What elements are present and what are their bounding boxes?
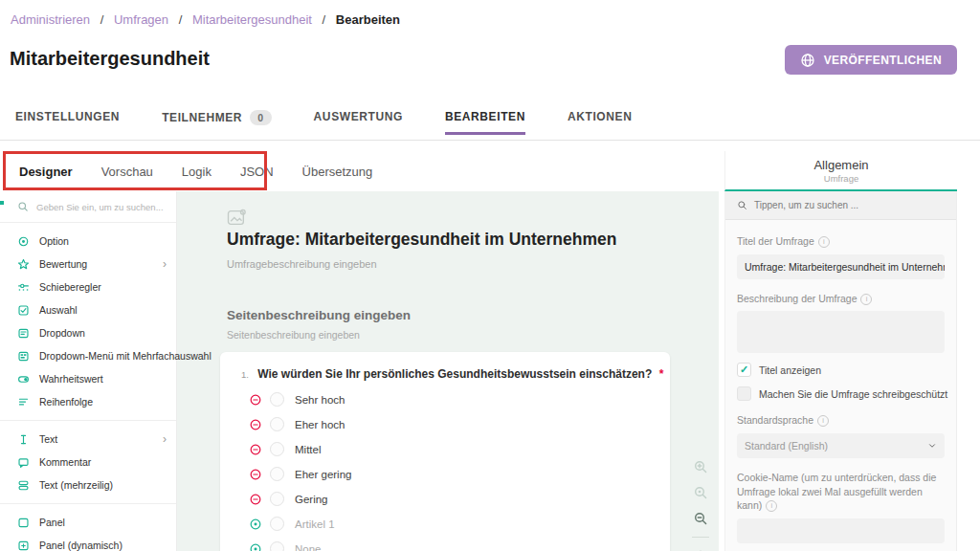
page-description-placeholder[interactable]: Seitenbeschreibung eingeben (227, 329, 360, 341)
remove-item-icon[interactable] (249, 493, 262, 506)
info-icon: i (860, 294, 872, 305)
toolbox-item-text[interactable]: Text› (0, 428, 176, 451)
required-marker: * (659, 367, 664, 381)
checkbox[interactable]: ✓ (737, 363, 751, 377)
toolbox-item-panel[interactable]: Panel (0, 511, 176, 534)
info-icon: i (766, 500, 777, 512)
properties-search-input[interactable]: Tippen, um zu suchen ... (725, 191, 956, 220)
toolbox-group: PanelPanel (dynamisch) (0, 504, 176, 551)
publish-button-label: VERÖFFENTLICHEN (824, 54, 942, 67)
toolbox-item-auswahl[interactable]: Auswahl (0, 298, 176, 321)
remove-item-icon[interactable] (249, 393, 262, 407)
toolbox-item-kommentar[interactable]: Kommentar (0, 451, 176, 474)
tab-aktionen[interactable]: AKTIONEN (568, 110, 632, 135)
choice-label[interactable]: Eher hoch (295, 419, 345, 430)
creator-tab-übersetzung[interactable]: Übersetzung (302, 165, 373, 179)
choice-label[interactable]: None (295, 543, 322, 551)
toolbox-item-dropdown[interactable]: Dropdown (0, 321, 176, 344)
creator-tab-vorschau[interactable]: Vorschau (101, 165, 153, 179)
toolbox-item-label: Bewertung (39, 258, 87, 270)
add-item-icon[interactable] (249, 542, 262, 551)
remove-item-icon[interactable] (249, 468, 262, 481)
chevron-right-icon[interactable]: › (163, 257, 167, 271)
question-number: 1. (241, 369, 249, 380)
toolbox: Geben Sie ein, um zu suchen... OptionBew… (0, 191, 177, 551)
zoom-reset-icon[interactable] (693, 485, 708, 500)
toolbox-collapse-handle[interactable] (0, 201, 4, 205)
breadcrumb-link-mitarbeitergesundheit[interactable]: Mitarbeitergesundheit (192, 12, 312, 27)
rating-icon (17, 258, 30, 271)
question-title[interactable]: Wie würden Sie Ihr persönliches Gesundhe… (257, 367, 652, 381)
tab-teilnehmer[interactable]: TEILNEHMER0 (162, 110, 271, 137)
tab-einstellungen[interactable]: EINSTELLUNGEN (15, 110, 120, 135)
page-title-placeholder[interactable]: Seitenbeschreibung eingeben (227, 308, 411, 322)
choice-label[interactable]: Artikel 1 (295, 518, 335, 530)
property-input-cookie-name-um-zu-unterdrücken-dass-die-umfrage-lokal-zwei-mal-ausgefüllt-werden-kann[interactable] (737, 518, 945, 543)
radio-circle[interactable] (270, 492, 284, 506)
question-title-row: 1. Wie würden Sie Ihr persönliches Gesun… (241, 367, 663, 381)
remove-item-icon[interactable] (249, 443, 262, 456)
radio-circle[interactable] (270, 467, 284, 481)
choice-label[interactable]: Sehr hoch (295, 394, 345, 406)
creator-tab-logik[interactable]: Logik (182, 165, 212, 179)
toolbox-search-input[interactable]: Geben Sie ein, um zu suchen... (0, 191, 176, 223)
toolbox-item-bewertung[interactable]: Bewertung› (0, 253, 176, 276)
question-card[interactable]: 1. Wie würden Sie Ihr persönliches Gesun… (220, 352, 670, 551)
breadcrumb-link-umfragen[interactable]: Umfragen (114, 12, 168, 27)
toolbox-item-label: Dropdown-Menü mit Mehrfachauswahl (39, 350, 212, 362)
panel-icon (17, 517, 30, 529)
radio-circle[interactable] (270, 541, 284, 551)
search-icon (737, 200, 747, 210)
survey-description-placeholder[interactable]: Umfragebeschreibung eingeben (227, 258, 377, 270)
radiogroup-icon (17, 235, 30, 248)
property-label: Cookie-Name (um zu unterdrücken, dass di… (737, 471, 945, 513)
property-textarea-beschreibung-der-umfrage[interactable] (737, 311, 945, 353)
toolbox-item-schieberegler[interactable]: Schieberegler (0, 276, 176, 298)
tab-bearbeiten[interactable]: BEARBEITEN (445, 110, 525, 135)
toolbox-item-dropdown-menü-mit-mehrfachauswahl[interactable]: Dropdown-Menü mit Mehrfachauswahl (0, 344, 176, 367)
radio-circle[interactable] (270, 417, 284, 431)
radio-circle[interactable] (270, 517, 284, 531)
creator-tab-designer[interactable]: Designer (19, 165, 73, 179)
property-checkbox-machen-sie-die-umfrage-schreibgeschützt[interactable]: Machen Sie die Umfrage schreibgeschützti (737, 386, 945, 401)
add-item-icon[interactable] (249, 518, 262, 531)
choice-label[interactable]: Eher gering (295, 469, 351, 480)
checkbox[interactable] (737, 386, 751, 401)
toolbox-item-option[interactable]: Option (0, 230, 176, 253)
dropdown-icon (17, 327, 30, 340)
breadcrumb-separator: / (100, 12, 104, 27)
tab-auswertung[interactable]: AUSWERTUNG (314, 110, 403, 135)
property-input-titel-der-umfrage[interactable]: Umfrage: Mitarbeitergesundheit im Untern… (737, 254, 945, 279)
property-checkbox-titel-anzeigen[interactable]: ✓Titel anzeigen (737, 363, 945, 377)
chevron-right-icon[interactable]: › (163, 432, 167, 446)
choice-list: Sehr hochEher hochMittelEher geringGerin… (220, 388, 670, 551)
properties-panel-header[interactable]: Allgemein Umfrage (724, 151, 957, 191)
tagbox-icon (17, 350, 30, 363)
property-select-standardsprache[interactable]: Standard (English) (737, 433, 945, 458)
boolean-icon (17, 373, 30, 386)
tab-label: BEARBEITEN (445, 110, 525, 123)
slider-icon (17, 281, 30, 294)
toolbox-item-reihenfolge[interactable]: Reihenfolge (0, 390, 176, 413)
zoom-in-icon[interactable] (693, 459, 708, 474)
choice-label[interactable]: Gering (295, 494, 328, 505)
toolbox-item-label: Panel (dynamisch) (39, 540, 122, 551)
choice-label[interactable]: Mittel (295, 444, 321, 455)
survey-title[interactable]: Umfrage: Mitarbeitergesundheit im Untern… (227, 230, 616, 250)
survey-logo-placeholder-icon[interactable] (227, 209, 248, 227)
checkbox-label: Titel anzeigen (759, 364, 821, 376)
zoom-out-icon[interactable] (693, 511, 708, 526)
toolbox-item-label: Dropdown (39, 327, 85, 339)
toolbox-item-text-mehrzeilig[interactable]: Text (mehrzeilig) (0, 474, 176, 496)
info-icon: i (817, 415, 829, 427)
breadcrumb-link-administrieren[interactable]: Administrieren (11, 12, 90, 27)
radio-circle[interactable] (270, 392, 284, 407)
property-label: Titel der Umfragei (737, 234, 945, 249)
creator-tab-json[interactable]: JSON (240, 165, 274, 179)
radio-circle[interactable] (270, 442, 284, 456)
toolbox-item-wahrheitswert[interactable]: Wahrheitswert (0, 367, 176, 390)
toolbox-item-panel-dynamisch[interactable]: Panel (dynamisch) (0, 534, 176, 551)
remove-item-icon[interactable] (249, 418, 262, 431)
publish-button[interactable]: VERÖFFENTLICHEN (785, 45, 957, 75)
chevron-down-icon (927, 441, 937, 451)
